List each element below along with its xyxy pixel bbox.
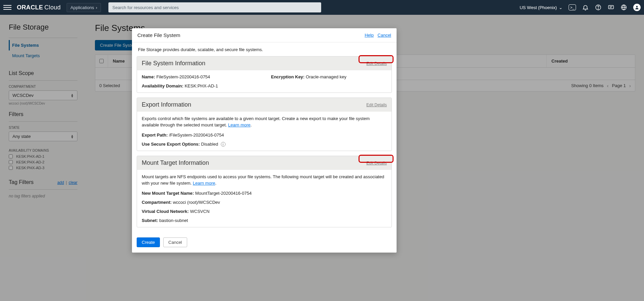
mt-vcn-field: Virtual Cloud Network: WCSVCN (142, 209, 387, 214)
svg-point-1 (598, 9, 598, 9)
navbar-icon-group: >_ (569, 4, 641, 11)
mt-subnet-label: Subnet: (142, 218, 158, 223)
mt-name-value: MountTarget-20200416-0754 (195, 191, 252, 196)
mt-desc-text: Mount targets are NFS endpoints used to … (142, 174, 384, 186)
dialog-intro-text: File Storage provides durable, scalable,… (137, 47, 392, 52)
mt-compartment-field: Compartment: wccoci (root)/WCSCDev (142, 200, 387, 205)
export-desc: Exports control which file systems are a… (142, 116, 387, 128)
mt-subnet-value: bastion-subnet (159, 218, 188, 223)
dialog-footer: Create Cancel (132, 237, 397, 253)
export-path-field: Export Path: /FileSystem-20200416-0754 (142, 133, 387, 138)
mt-desc: Mount targets are NFS endpoints used to … (142, 174, 387, 187)
user-avatar-icon[interactable] (633, 4, 641, 11)
svg-rect-2 (609, 5, 614, 9)
export-secure-label: Use Secure Export Options: (142, 142, 200, 147)
fs-enc-label: Encryption Key: (271, 74, 305, 79)
panel-export-body: Exports control which file systems are a… (137, 112, 392, 151)
top-navbar: ORACLE Cloud Applications › Search for r… (0, 0, 644, 15)
panel-mt-edit-link[interactable]: Edit Details (366, 161, 387, 165)
mt-subnet-field: Subnet: bastion-subnet (142, 218, 387, 223)
mt-vcn-label: Virtual Cloud Network: (142, 209, 189, 214)
dialog-header: Create File System Help Cancel (132, 28, 397, 42)
fs-ad-value: KESK:PHX-AD-1 (184, 83, 218, 88)
export-path-label: Export Path: (142, 133, 168, 138)
panel-fs-edit-link[interactable]: Edit Details (366, 61, 387, 66)
panel-fs-head: File System Information Edit Details (137, 57, 392, 70)
create-button[interactable]: Create (137, 237, 160, 247)
panel-export-title: Export Information (142, 101, 191, 108)
export-secure-field: Use Secure Export Options: Disabled i (142, 142, 387, 147)
export-path-value: /FileSystem-20200416-0754 (169, 133, 224, 138)
region-label: US West (Phoenix) (520, 5, 557, 10)
dialog-cancel-link[interactable]: Cancel (378, 33, 391, 38)
dialog-body: File Storage provides durable, scalable,… (132, 42, 397, 237)
export-learn-more-link[interactable]: Learn more (228, 122, 250, 127)
cancel-button[interactable]: Cancel (163, 237, 187, 247)
fs-ad-label: Availability Domain: (142, 83, 183, 88)
mt-name-field: New Mount Target Name: MountTarget-20200… (142, 191, 387, 196)
panel-mt-title: Mount Target Information (142, 159, 209, 166)
dialog-help-link[interactable]: Help (365, 33, 374, 38)
create-file-system-dialog: Create File System Help Cancel File Stor… (132, 28, 397, 253)
svg-point-4 (636, 6, 638, 7)
search-placeholder: Search for resources and services (112, 5, 179, 10)
panel-fs-body: Name: FileSystem-20200416-0754 Availabil… (137, 70, 392, 92)
brand-light: Cloud (44, 4, 61, 11)
brand-bold: ORACLE (17, 4, 43, 11)
mt-compartment-value: wccoci (root)/WCSCDev (173, 200, 220, 205)
fs-name-field: Name: FileSystem-20200416-0754 (142, 74, 258, 79)
fs-name-label: Name: (142, 74, 155, 79)
chevron-down-icon: ⌄ (559, 5, 563, 10)
dialog-header-links: Help Cancel (362, 33, 391, 38)
mt-name-label: New Mount Target Name: (142, 191, 194, 196)
fs-enc-value: Oracle-managed key (306, 74, 346, 79)
panel-export-edit-link[interactable]: Edit Details (366, 103, 387, 107)
fs-ad-field: Availability Domain: KESK:PHX-AD-1 (142, 83, 258, 88)
help-icon[interactable] (595, 4, 602, 11)
export-secure-value: Disabled (201, 142, 218, 147)
panel-export-info: Export Information Edit Details Exports … (137, 98, 392, 151)
fs-enc-field: Encryption Key: Oracle-managed key (271, 74, 387, 79)
dialog-title: Create File System (137, 32, 180, 38)
panel-mt-head: Mount Target Information Edit Details (137, 156, 392, 170)
fs-name-value: FileSystem-20200416-0754 (156, 74, 210, 79)
export-desc-text: Exports control which file systems are a… (142, 116, 370, 127)
mt-vcn-value: WCSVCN (190, 209, 210, 214)
info-icon[interactable]: i (221, 142, 226, 147)
hamburger-menu-icon[interactable] (3, 3, 11, 11)
language-globe-icon[interactable] (620, 4, 627, 11)
applications-menu-button[interactable]: Applications › (67, 3, 101, 12)
region-selector[interactable]: US West (Phoenix) ⌄ (520, 5, 563, 10)
announcements-bell-icon[interactable] (582, 4, 589, 11)
panel-fs-title: File System Information (142, 60, 205, 67)
applications-label: Applications (70, 5, 94, 10)
brand-logo: ORACLE Cloud (17, 4, 61, 11)
chevron-right-icon: › (96, 5, 97, 10)
panel-mount-target-info: Mount Target Information Edit Details Mo… (137, 156, 392, 227)
panel-export-head: Export Information Edit Details (137, 98, 392, 112)
cloud-shell-icon[interactable]: >_ (569, 4, 576, 10)
panel-mt-body: Mount targets are NFS endpoints used to … (137, 170, 392, 227)
panel-file-system-info: File System Information Edit Details Nam… (137, 56, 392, 93)
mt-learn-more-link[interactable]: Learn more (193, 181, 215, 186)
global-search-input[interactable]: Search for resources and services (108, 2, 321, 12)
mt-compartment-label: Compartment: (142, 200, 172, 205)
chat-icon[interactable] (608, 4, 614, 11)
